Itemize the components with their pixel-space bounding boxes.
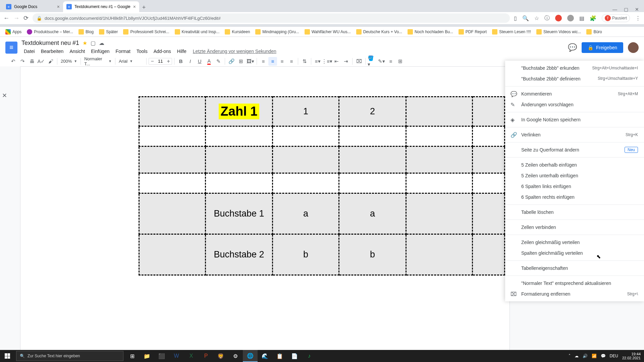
comments-icon[interactable]: 💬: [568, 43, 577, 52]
bookmark-item[interactable]: Steuern Lesen !!!!: [490, 28, 533, 36]
bookmark-item[interactable]: Kreativität und Insp...: [173, 28, 222, 36]
border-width-button[interactable]: ≡: [386, 57, 395, 66]
bookmark-item[interactable]: Noch hochladen Bu...: [406, 28, 455, 36]
url-input[interactable]: 🔒 docs.google.com/document/d/1hUH8k6h7Lb…: [33, 13, 510, 23]
bookmark-item[interactable]: Produktsuche – Mer...: [25, 28, 75, 36]
cast-icon[interactable]: ▯: [514, 15, 517, 21]
back-button[interactable]: ←: [3, 15, 9, 22]
table-cell[interactable]: [139, 234, 206, 275]
ad-icon[interactable]: ▤: [579, 15, 584, 21]
table-cell[interactable]: [139, 193, 206, 234]
zoom-select[interactable]: 200%▼: [59, 58, 78, 64]
docs-logo-icon[interactable]: ≡: [5, 42, 17, 54]
obs-icon[interactable]: ⚙: [228, 350, 243, 362]
notifications-icon[interactable]: 💬: [601, 354, 606, 358]
chrome-icon[interactable]: 🌐: [243, 350, 258, 362]
extension-icon[interactable]: [555, 15, 562, 21]
move-icon[interactable]: ▢: [91, 40, 96, 46]
table-cell[interactable]: Buchstabe 2: [206, 234, 273, 275]
extension-icon[interactable]: ⓘ: [544, 15, 550, 22]
extensions-button[interactable]: 🧩: [590, 15, 596, 21]
kebab-menu-icon[interactable]: ⋮: [635, 15, 641, 21]
menu-hilfe[interactable]: Hilfe: [175, 47, 189, 55]
ctx-dist-rows[interactable]: Zeilen gleichmäßig verteilen: [505, 237, 644, 248]
insert-comment-button[interactable]: ⊞: [236, 57, 245, 66]
align-justify-button[interactable]: ≡: [287, 57, 296, 66]
maximize-icon[interactable]: ▢: [624, 7, 628, 12]
table-row[interactable]: [139, 173, 505, 193]
app-icon[interactable]: 📋: [272, 350, 287, 362]
ctx-rows-below[interactable]: 5 Zeilen unterhalb einfügen: [505, 170, 644, 181]
align-center-button[interactable]: ≡: [268, 57, 277, 66]
line-spacing-button[interactable]: ⇅: [300, 57, 309, 66]
wifi-icon[interactable]: 📶: [592, 354, 597, 358]
bookmark-item[interactable]: PDF Report: [457, 28, 489, 36]
table-row[interactable]: [139, 146, 505, 173]
table-cell[interactable]: a: [339, 193, 406, 234]
font-size-stepper[interactable]: − 11 +: [149, 58, 172, 65]
table-cell[interactable]: [473, 97, 505, 126]
table-cell[interactable]: [139, 97, 206, 126]
menu-tools[interactable]: Tools: [134, 47, 150, 55]
powerpoint-icon[interactable]: P: [199, 350, 213, 362]
spotify-icon[interactable]: ♪: [302, 350, 317, 362]
table-cell[interactable]: [406, 97, 473, 126]
profile-paused[interactable]: T Pausiert: [602, 14, 630, 22]
table-cell[interactable]: [139, 146, 206, 173]
ctx-suggest[interactable]: ✎ Änderungen vorschlagen: [505, 99, 644, 110]
star-icon[interactable]: ★: [83, 40, 87, 46]
style-select[interactable]: Normaler T...▼: [83, 56, 113, 67]
increase-size-button[interactable]: +: [165, 58, 172, 64]
table-cell[interactable]: b: [339, 234, 406, 275]
tab-document[interactable]: ≡ Textdokument neu #1 – Google ×: [63, 1, 139, 12]
ctx-explore[interactable]: "Buchstabe 2bbb" erkunden Strg+Alt+Umsch…: [505, 63, 644, 73]
start-button[interactable]: [0, 350, 15, 362]
document-page[interactable]: Zahl 1 1 2 Buchstabe 1 a a: [20, 66, 510, 350]
menu-datei[interactable]: Datei: [21, 47, 37, 55]
insert-link-button[interactable]: 🔗: [227, 57, 236, 66]
taskbar-search[interactable]: 🔍 Zur Suche Text hier eingeben: [16, 351, 123, 361]
close-tab-icon[interactable]: ×: [133, 4, 136, 9]
ctx-table-props[interactable]: Tabelleneigenschaften: [505, 263, 644, 274]
menu-format[interactable]: Format: [113, 47, 133, 55]
notepad-icon[interactable]: 📄: [287, 350, 302, 362]
italic-button[interactable]: I: [186, 57, 195, 66]
ctx-update-style[interactable]: "Normaler Text" entsprechend aktualisier…: [505, 278, 644, 289]
table-row[interactable]: [139, 126, 505, 146]
ctx-comment[interactable]: 💬 Kommentieren Strg+Alt+M: [505, 88, 644, 99]
table-cell[interactable]: a: [273, 193, 339, 234]
table-cell[interactable]: 1: [273, 97, 339, 126]
numbered-list-button[interactable]: ≡▾: [313, 57, 322, 66]
tab-google-docs[interactable]: ≡ Google Docs ×: [3, 1, 63, 12]
bookmark-item[interactable]: Steuern Videos wic...: [534, 28, 583, 36]
ctx-link[interactable]: 🔗 Verlinken Strg+K: [505, 129, 644, 140]
task-view-button[interactable]: ⊞: [125, 350, 140, 362]
table-cell[interactable]: b: [273, 234, 339, 275]
menu-einfuegen[interactable]: Einfügen: [89, 47, 112, 55]
menu-bearbeiten[interactable]: Bearbeiten: [39, 47, 66, 55]
font-select[interactable]: Arial▼: [117, 58, 144, 64]
table-cell[interactable]: Buchstabe 1: [206, 193, 273, 234]
excel-icon[interactable]: X: [184, 350, 199, 362]
explorer-icon[interactable]: 📁: [140, 350, 154, 362]
bold-button[interactable]: B: [176, 57, 185, 66]
volume-icon[interactable]: 🔊: [583, 354, 588, 358]
star-icon[interactable]: ☆: [534, 15, 539, 21]
close-window-icon[interactable]: ✕: [635, 7, 639, 12]
table-cell[interactable]: Zahl 1: [206, 97, 273, 126]
bullet-list-button[interactable]: ⋮≡▾: [323, 57, 331, 66]
share-button[interactable]: 🔒 Freigeben: [582, 42, 623, 53]
ctx-define[interactable]: "Buchstabe 2bbb" definieren Strg+Umschal…: [505, 73, 644, 84]
minimize-icon[interactable]: —: [612, 7, 617, 12]
decrease-size-button[interactable]: −: [149, 58, 156, 64]
bookmark-item[interactable]: Büro: [584, 28, 604, 36]
fill-color-button[interactable]: 🪣▾: [368, 57, 376, 66]
app-icon[interactable]: 🦁: [213, 350, 228, 362]
menu-addons[interactable]: Add-ons: [151, 47, 173, 55]
language-indicator[interactable]: DEU: [610, 354, 618, 358]
edge-icon[interactable]: 🌊: [258, 350, 272, 362]
new-tab-button[interactable]: +: [139, 3, 149, 12]
redo-button[interactable]: ↷: [18, 57, 27, 66]
border-color-button[interactable]: ✎▾: [377, 57, 386, 66]
font-size-value[interactable]: 11: [156, 59, 165, 64]
